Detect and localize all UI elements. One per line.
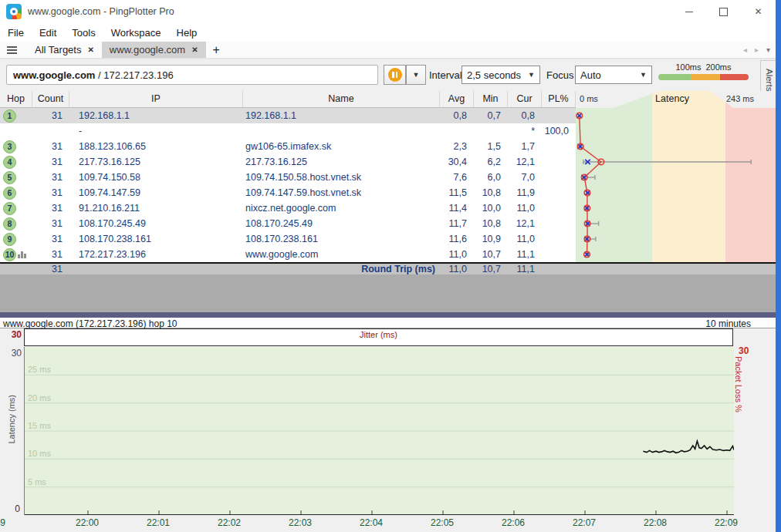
col-header-ip[interactable]: IP — [69, 91, 243, 107]
interval-select[interactable]: 2,5 seconds ▼ — [462, 66, 540, 84]
latency-timeline-plot[interactable]: 25 ms20 ms15 ms10 ms5 ms — [24, 347, 734, 515]
close-button[interactable]: ✕ — [741, 0, 776, 23]
latency-scale-min-label: 0 — [3, 503, 20, 514]
ip-cell: 172.217.23.196 — [69, 247, 243, 262]
close-icon[interactable]: ✕ — [87, 45, 93, 54]
pane-splitter[interactable] — [0, 312, 781, 318]
title-bar: www.google.com - PingPlotter Pro ✕ — [0, 0, 781, 23]
minimize-button[interactable] — [671, 0, 706, 23]
svg-text:20 ms: 20 ms — [28, 393, 51, 402]
x-tick-label: 22:00 — [69, 517, 106, 528]
col-header-name[interactable]: Name — [243, 91, 440, 107]
new-tab-button[interactable]: + — [206, 42, 227, 58]
focus-select[interactable]: Auto ▼ — [575, 66, 652, 84]
round-trip-avg: 11,0 — [440, 264, 474, 274]
latency-axis-label: Latency (ms) — [7, 395, 16, 444]
table-row-hop-2[interactable]: -*100,0 — [0, 123, 576, 139]
col-header-min[interactable]: Min — [474, 91, 508, 107]
col-header-cur[interactable]: Cur — [508, 91, 542, 107]
avg-cell: 11,7 — [440, 216, 474, 231]
latency-graph-header: 0 ms Latency 243 ms — [576, 91, 776, 108]
table-row-hop-10[interactable]: 1031172.217.23.196www.google.com11,010,7… — [0, 247, 576, 262]
menu-item-file[interactable]: File — [0, 27, 32, 39]
menu-item-edit[interactable]: Edit — [32, 27, 64, 39]
table-row-hop-4[interactable]: 431217.73.16.125217.73.16.12530,46,212,1 — [0, 154, 576, 170]
pause-icon — [388, 68, 402, 82]
menu-item-help[interactable]: Help — [169, 27, 205, 39]
hop-latency-graph — [576, 91, 776, 274]
packet-loss-scale-label: 30 — [739, 345, 749, 356]
table-row-hop-8[interactable]: 831108.170.245.49108.170.245.4911,710,81… — [0, 216, 576, 231]
chevron-down-icon: ▼ — [528, 71, 535, 79]
focus-value: Auto — [580, 69, 601, 81]
table-row-hop-3[interactable]: 331188.123.106.65gw106-65.imafex.sk2,31,… — [0, 139, 576, 154]
x-tick-label: 21:59 — [0, 517, 12, 528]
min-cell: 1,5 — [474, 139, 508, 154]
round-trip-cur: 11,1 — [508, 264, 542, 274]
hop-number-badge: 5 — [3, 171, 16, 184]
ip-cell: 192.168.1.1 — [69, 108, 243, 123]
tab-all-targets[interactable]: All Targets ✕ — [27, 42, 102, 58]
timeline-title: www.google.com (172.217.23.196) hop 10 — [3, 318, 178, 329]
min-cell: 10,0 — [474, 200, 508, 216]
focus-graph-icon — [18, 251, 26, 258]
ip-cell: 108.170.245.49 — [69, 216, 243, 231]
hop-number-badge: 10 — [3, 248, 16, 261]
hop-number-badge: 4 — [3, 156, 16, 169]
scroll-right-icon[interactable]: ▸ — [755, 45, 759, 54]
ip-cell: 217.73.16.125 — [69, 154, 243, 170]
menu-item-tools[interactable]: Tools — [64, 27, 103, 39]
tab-www-google-com[interactable]: www.google.com ✕ — [102, 42, 206, 58]
table-row-hop-7[interactable]: 73191.210.16.211nixcz.net.google.com11,4… — [0, 200, 576, 216]
jitter-scale-label: 30 — [3, 329, 22, 340]
col-header-count[interactable]: Count — [32, 91, 69, 107]
min-cell: 6,2 — [474, 154, 508, 170]
ip-cell: 91.210.16.211 — [69, 200, 243, 216]
pingplotter-logo-icon — [6, 4, 22, 19]
name-cell: 108.170.238.161 — [243, 231, 440, 247]
tab-list-icon[interactable] — [0, 42, 27, 58]
table-row-hop-1[interactable]: 131192.168.1.1192.168.1.10,80,70,8 — [0, 108, 576, 123]
tab-overflow-icon[interactable]: ▾ — [766, 45, 770, 54]
scroll-left-icon[interactable]: ◂ — [743, 45, 747, 54]
maximize-icon — [719, 8, 728, 16]
table-row-hop-9[interactable]: 931108.170.238.161108.170.238.16111,610,… — [0, 231, 576, 247]
cur-cell: 12,1 — [508, 216, 542, 231]
packet-loss-cell — [542, 231, 576, 247]
table-row-hop-6[interactable]: 631109.74.147.59109.74.147.59.host.vnet.… — [0, 185, 576, 200]
name-cell: gw106-65.imafex.sk — [243, 139, 440, 154]
svg-text:5 ms: 5 ms — [28, 477, 46, 487]
target-host: www.google.com — [13, 69, 95, 81]
x-tick-label: 22:05 — [424, 517, 461, 528]
cur-cell: 11,0 — [508, 231, 542, 247]
col-header-avg[interactable]: Avg — [440, 91, 474, 107]
jitter-graph[interactable]: Jitter (ms) — [24, 328, 733, 346]
maximize-button[interactable] — [706, 0, 741, 23]
table-row-hop-5[interactable]: 531109.74.150.58109.74.150.58.host.vnet.… — [0, 170, 576, 185]
col-header-pl[interactable]: PL% — [542, 91, 576, 107]
x-tick-label: 22:03 — [282, 517, 319, 528]
name-cell — [243, 123, 440, 139]
target-address-input[interactable]: www.google.com / 172.217.23.196 — [6, 65, 378, 85]
name-cell: 108.170.245.49 — [243, 216, 440, 231]
pause-button[interactable] — [384, 65, 406, 85]
latency-color-legend — [658, 74, 749, 80]
alerts-label: Alerts — [765, 69, 774, 91]
close-icon[interactable]: ✕ — [191, 45, 198, 54]
cur-cell: 12,1 — [508, 154, 542, 170]
packet-loss-cell — [542, 216, 576, 231]
col-header-hop[interactable]: Hop — [0, 91, 32, 107]
interval-label: Interval — [429, 69, 462, 81]
svg-text:10 ms: 10 ms — [28, 449, 51, 458]
avg-cell: 11,4 — [440, 200, 474, 216]
packet-loss-axis-label: Packet Loss % — [734, 356, 743, 412]
avg-cell: 11,0 — [440, 247, 474, 262]
target-ip: / 172.217.23.196 — [95, 69, 173, 81]
menu-item-workspace[interactable]: Workspace — [103, 27, 169, 39]
name-cell: 217.73.16.125 — [243, 154, 440, 170]
count-cell — [32, 123, 69, 139]
name-cell: 109.74.150.58.host.vnet.sk — [243, 170, 440, 185]
pause-dropdown-button[interactable]: ▼ — [406, 65, 426, 85]
close-icon: ✕ — [754, 6, 762, 17]
round-trip-row: 31 Round Trip (ms) 11,0 10,7 11,1 — [0, 262, 776, 274]
